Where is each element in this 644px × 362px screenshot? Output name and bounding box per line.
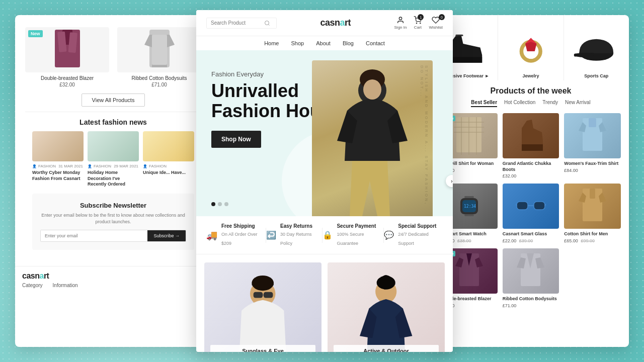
product-img-8 bbox=[503, 248, 559, 294]
footer-logo: casnart bbox=[22, 272, 204, 281]
right-cat-cap[interactable]: Sports Cap bbox=[564, 15, 629, 80]
left-product-card-1[interactable]: New Double-breasted Blazer £32.00 bbox=[25, 27, 109, 87]
sunglass-banner-label: Sunglass & Eye bbox=[210, 345, 315, 352]
right-panel: Exclusive Footwear ► Jewelry bbox=[433, 15, 629, 347]
product-price-1: £32.00 bbox=[25, 82, 109, 87]
svg-point-9 bbox=[420, 23, 421, 23]
product-name-3: Women's Faux-Trim Shirt bbox=[564, 161, 621, 167]
filter-tab-hot[interactable]: Hot Collection bbox=[504, 100, 535, 107]
filter-tab-bestseller[interactable]: Best Seller bbox=[471, 100, 497, 107]
svg-point-25 bbox=[575, 53, 594, 57]
cart-badge: 1 bbox=[418, 14, 424, 20]
signin-icon-item[interactable]: Sign In bbox=[394, 16, 407, 30]
payment-icon: 🔒 bbox=[323, 230, 333, 240]
search-bar[interactable] bbox=[206, 18, 277, 29]
search-input[interactable] bbox=[211, 20, 261, 26]
hero-watermark: STYLISH AND MODERN A... STAY FASHION, DO… bbox=[420, 65, 429, 216]
returns-subtitle: 30 Day Returns Policy bbox=[280, 232, 312, 246]
support-title: Special Support bbox=[398, 223, 443, 229]
products-of-week-section: Products of the week Best Seller Hot Col… bbox=[433, 80, 629, 314]
subscribe-button[interactable]: Subscribe → bbox=[147, 230, 186, 241]
right-product-card-3[interactable]: Women's Faux-Trim Shirt £84.00 bbox=[564, 113, 621, 178]
right-product-card-6[interactable]: Cotton Shirt for Men £65.00 £99.00 bbox=[564, 184, 621, 243]
feature-support: 💬 Special Support 24/7 Dedicated Support bbox=[384, 223, 443, 247]
sunglass-banner-bg bbox=[204, 262, 321, 352]
footer-nav: Category Information bbox=[22, 283, 204, 288]
news-tag-2: 👤 FASHION 29 MAR 2021 bbox=[88, 164, 139, 168]
cat-banner-sunglass[interactable]: Sunglass & Eye bbox=[204, 262, 321, 352]
svg-rect-34 bbox=[589, 118, 596, 127]
divider-1 bbox=[25, 112, 201, 112]
product-img-6 bbox=[564, 184, 621, 229]
nav-about[interactable]: About bbox=[316, 40, 331, 46]
news-tag-3: 👤 FASHION bbox=[143, 164, 194, 168]
shipping-icon: 🚚 bbox=[206, 230, 217, 241]
shipping-title: Free Shipping bbox=[221, 223, 266, 229]
wishlist-icon-item[interactable]: 0 Wishlist bbox=[429, 16, 443, 30]
feature-returns-text: Easy Returns 30 Day Returns Policy bbox=[280, 223, 322, 247]
svg-point-6 bbox=[265, 21, 269, 25]
subscribe-form: Subscribe → bbox=[40, 230, 186, 242]
cap-label: Sports Cap bbox=[564, 71, 629, 80]
product-price-5: £22.00 £39.00 bbox=[503, 238, 559, 243]
hero-section: Fashion Everyday Unrivalled Fashion Hous… bbox=[196, 50, 453, 216]
latest-news-title: Latest fashion news bbox=[25, 118, 201, 126]
signin-label: Sign In bbox=[394, 25, 407, 30]
product-name-2: Grand Atlantic Chukka Boots bbox=[503, 161, 559, 172]
view-all-button[interactable]: View All Products bbox=[82, 94, 145, 107]
nav-home[interactable]: Home bbox=[264, 40, 279, 46]
search-icon bbox=[264, 20, 270, 26]
subscribe-email-input[interactable] bbox=[41, 230, 147, 241]
returns-title: Easy Returns bbox=[280, 223, 322, 229]
right-product-card-5[interactable]: Casnart Smart Glass £22.00 £39.00 bbox=[503, 184, 559, 243]
filter-tab-trendy[interactable]: Trendy bbox=[542, 100, 558, 107]
feature-shipping-text: Free Shipping On All Order Over $209 bbox=[221, 223, 266, 247]
svg-rect-35 bbox=[464, 196, 474, 198]
category-banners: Sunglass & Eye › Active & Outdoor bbox=[196, 254, 453, 352]
product-name-5: Casnart Smart Glass bbox=[503, 231, 559, 237]
jewelry-label: Jewelry bbox=[498, 71, 563, 80]
right-product-grid: New Fit Twill Shirt for Woman £62.00 Gra… bbox=[441, 113, 621, 308]
nav-shop[interactable]: Shop bbox=[291, 40, 304, 46]
nav-blog[interactable]: Blog bbox=[343, 40, 354, 46]
outdoor-banner-label: Active & Outdoor bbox=[334, 345, 439, 352]
wishlist-badge: 0 bbox=[439, 14, 445, 20]
product-price-8: £71.00 bbox=[503, 303, 559, 308]
left-product-card-2[interactable]: Ribbed Cotton Bodysuits £71.00 bbox=[117, 27, 201, 87]
product-name-1: Double-breasted Blazer bbox=[25, 75, 109, 81]
center-logo: casnart bbox=[320, 18, 351, 28]
outdoor-banner-bg bbox=[328, 262, 445, 352]
news-card-2[interactable]: 👤 FASHION 29 MAR 2021 Holiday Home Decor… bbox=[88, 131, 139, 188]
filter-tab-new[interactable]: New Arrival bbox=[565, 100, 591, 107]
cart-icon-item[interactable]: 1 Cart bbox=[414, 16, 422, 30]
hero-dot-2[interactable] bbox=[218, 202, 222, 206]
hero-dot-1[interactable] bbox=[211, 202, 215, 206]
news-title-3: Unique Ide... Have... bbox=[143, 170, 194, 176]
new-badge-1: New bbox=[28, 30, 43, 37]
svg-rect-46 bbox=[590, 189, 595, 199]
right-product-card-8[interactable]: Ribbed Cotton Bodysuits £71.00 bbox=[503, 248, 559, 308]
feature-support-text: Special Support 24/7 Dedicated Support bbox=[398, 223, 443, 247]
footer-nav-category[interactable]: Category bbox=[22, 283, 43, 288]
hero-dot-3[interactable] bbox=[224, 202, 228, 206]
hero-dots bbox=[211, 202, 228, 206]
left-product-row: New Double-breasted Blazer £32.00 bbox=[25, 27, 201, 87]
svg-rect-40 bbox=[517, 202, 528, 210]
cap-image bbox=[564, 26, 629, 76]
cat-banner-outdoor[interactable]: Active & Outdoor bbox=[328, 262, 445, 352]
product-img-5 bbox=[503, 184, 559, 229]
right-cat-jewelry[interactable]: Jewelry bbox=[498, 15, 564, 80]
products-section-title: Products of the week bbox=[441, 86, 621, 96]
news-card-3[interactable]: 👤 FASHION Unique Ide... Have... bbox=[143, 131, 194, 188]
shop-now-button[interactable]: Shop Now bbox=[211, 131, 261, 148]
center-panel: casnart Sign In 1 Cart 0 bbox=[196, 10, 453, 352]
subscribe-section: Subscribe Newsletter Enter your email be… bbox=[32, 194, 194, 250]
news-image-3 bbox=[143, 131, 194, 161]
nav-contact[interactable]: Contact bbox=[366, 40, 385, 46]
right-product-card-2[interactable]: Grand Atlantic Chukka Boots £32.00 bbox=[503, 113, 559, 178]
cart-label: Cart bbox=[414, 25, 422, 30]
left-products: New Double-breasted Blazer £32.00 bbox=[15, 15, 211, 266]
support-subtitle: 24/7 Dedicated Support bbox=[398, 232, 429, 246]
news-card-1[interactable]: 👤 FASHION 31 MAR 2021 Worthy Cyber Monda… bbox=[32, 131, 84, 188]
footer-nav-information[interactable]: Information bbox=[53, 283, 78, 288]
